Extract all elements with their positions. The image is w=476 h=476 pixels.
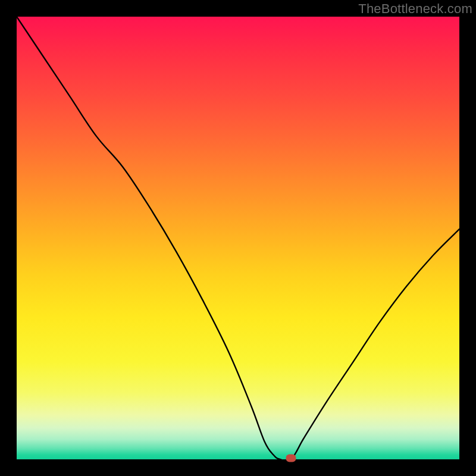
curve-layer xyxy=(17,17,459,459)
bottleneck-curve xyxy=(17,17,459,459)
optimum-marker xyxy=(286,454,296,462)
chart-frame: TheBottleneck.com xyxy=(0,0,476,476)
watermark-text: TheBottleneck.com xyxy=(358,1,472,17)
